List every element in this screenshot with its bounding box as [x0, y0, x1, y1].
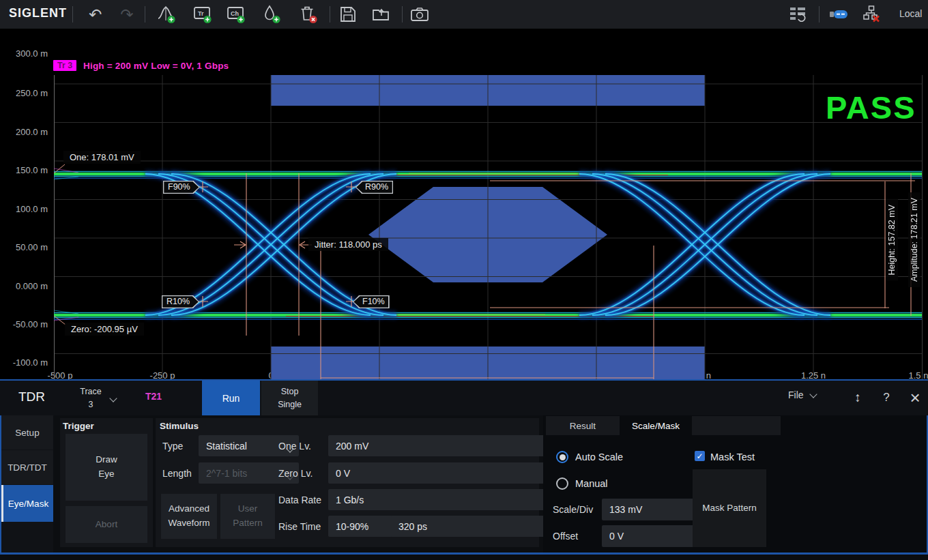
rise-time-input[interactable]: 320 ps: [391, 516, 558, 537]
divider: [819, 6, 820, 23]
y-tick-label: 200.0 m: [3, 127, 48, 138]
local-status-label: Local: [899, 8, 922, 19]
type-label: Type: [162, 441, 183, 452]
sidebar-item-setup[interactable]: Setup: [1, 415, 53, 450]
zero-level-input[interactable]: 0 V: [328, 462, 558, 484]
advanced-waveform-button[interactable]: Advanced Waveform: [161, 494, 217, 539]
svg-text:Tr: Tr: [198, 10, 204, 17]
one-level-label: One: 178.01 mV: [63, 151, 141, 164]
window-border-left: [0, 415, 1, 552]
add-function-button[interactable]: [156, 3, 177, 25]
usb-device-icon: [828, 5, 849, 24]
app-title: TDR: [18, 389, 45, 404]
f10-marker-flag: F10%: [353, 295, 390, 308]
redo-button[interactable]: ↷: [116, 3, 138, 25]
user-pattern-button[interactable]: User Pattern: [220, 494, 275, 539]
one-level-field-label: One Lv.: [278, 441, 311, 452]
r10-marker-flag: R10%: [162, 295, 199, 308]
mask-test-label: Mask Test: [710, 452, 755, 462]
add-trace-button[interactable]: Tr: [192, 3, 214, 25]
y-tick-label: 50.00 m: [3, 242, 48, 253]
screenshot-button[interactable]: [409, 3, 431, 25]
trigger-header: Trigger: [63, 421, 94, 431]
trace-id-label: T21: [145, 391, 162, 402]
session-list-sync-icon: [787, 5, 808, 24]
tab-scale-mask[interactable]: Scale/Mask: [620, 416, 692, 435]
y-tick-label: 150.0 m: [3, 165, 48, 176]
y-tick-label: 0.000 m: [3, 281, 48, 292]
control-bar: TDR Trace 3 T21 Run Stop Single File ↕ ?…: [0, 381, 928, 415]
stop-single-button[interactable]: Stop Single: [261, 381, 318, 415]
add-marker-button[interactable]: [261, 3, 282, 25]
run-button[interactable]: Run: [202, 381, 260, 415]
help-button[interactable]: ?: [876, 387, 897, 408]
delete-button[interactable]: [298, 3, 319, 25]
length-label: Length: [162, 468, 192, 479]
chevron-down-icon: [809, 390, 817, 398]
undo-button[interactable]: ↶: [85, 3, 106, 25]
usb-device-button[interactable]: [828, 3, 850, 25]
trace-info-label: High = 200 mV Low = 0V, 1 Gbps: [83, 61, 229, 71]
add-marker-icon: [261, 5, 282, 24]
divider: [330, 6, 330, 23]
file-menu[interactable]: File: [788, 389, 816, 400]
draw-eye-button[interactable]: Draw Eye: [66, 434, 147, 501]
session-list-button[interactable]: [787, 3, 809, 25]
chevron-down-icon: [109, 394, 117, 402]
sidebar-item-tdr-tdt[interactable]: TDR/TDT: [1, 450, 53, 484]
divider: [145, 6, 145, 23]
scale-div-label: Scale/Div: [553, 504, 593, 515]
manual-radio[interactable]: [556, 477, 568, 490]
add-channel-icon: Ch: [226, 5, 246, 24]
resize-panel-button[interactable]: ↕: [847, 387, 868, 408]
add-function-icon: [156, 5, 177, 24]
offset-label: Offset: [553, 531, 578, 542]
top-toolbar: SIGLENT ↶ ↷ Tr Ch: [0, 0, 928, 29]
divider: [72, 6, 73, 23]
divider: [402, 6, 403, 23]
stimulus-section: Stimulus Type Statistical One Lv. 200 mV…: [156, 418, 539, 547]
trace-selector[interactable]: Trace 3: [71, 383, 128, 413]
zero-level-label: Zero: -200.95 µV: [65, 323, 144, 336]
undo-icon: ↶: [89, 7, 102, 23]
open-file-button[interactable]: [371, 3, 392, 25]
data-rate-label: Data Rate: [278, 495, 321, 505]
auto-scale-label: Auto Scale: [575, 452, 623, 462]
y-tick-label: -50.00 m: [3, 319, 48, 330]
network-error-icon: [862, 5, 882, 24]
jitter-label: Jitter: 118.000 ps: [308, 238, 388, 251]
help-icon: ?: [883, 391, 889, 404]
close-panel-button[interactable]: ×: [905, 387, 925, 408]
sidebar-item-eye-mask[interactable]: Eye/Mask: [1, 485, 53, 522]
redo-icon: ↷: [120, 7, 133, 23]
network-status-button[interactable]: [861, 3, 883, 25]
mask-test-checkbox[interactable]: ✓: [695, 451, 705, 461]
one-level-input[interactable]: 200 mV: [328, 435, 558, 456]
result-tabbar: Result Scale/Mask: [546, 416, 781, 435]
amplitude-label: Amplitude: 178.21 mV: [908, 192, 920, 287]
stimulus-header: Stimulus: [160, 421, 199, 431]
updown-arrow-icon: ↕: [854, 390, 861, 405]
delete-trash-icon: [298, 5, 319, 24]
save-button[interactable]: [337, 3, 359, 25]
settings-panel: Setup TDR/TDT Eye/Mask Trigger Draw Eye …: [0, 415, 928, 552]
tab-result[interactable]: Result: [546, 416, 620, 435]
camera-icon: [409, 5, 430, 24]
manual-label: Manual: [575, 478, 608, 489]
f90-marker-flag: F90%: [163, 181, 200, 194]
abort-button[interactable]: Abort: [66, 506, 147, 543]
add-channel-button[interactable]: Ch: [225, 3, 247, 25]
mask-test-result: PASS: [826, 89, 916, 126]
rise-time-label: Rise Time: [278, 521, 321, 532]
window-bottom-strip: [0, 555, 928, 560]
auto-scale-radio[interactable]: [556, 451, 568, 463]
r90-marker-flag: R90%: [356, 181, 393, 194]
data-rate-input[interactable]: 1 Gb/s: [328, 489, 558, 510]
trace-selector-value: 3: [71, 398, 111, 411]
svg-text:Ch: Ch: [231, 10, 239, 17]
trace-selector-label: Trace: [71, 385, 111, 398]
panel-sidebar: Setup TDR/TDT Eye/Mask: [1, 415, 53, 552]
y-tick-label: 100.0 m: [3, 204, 48, 215]
mask-pattern-button[interactable]: Mask Pattern: [693, 469, 766, 547]
add-trace-icon: Tr: [192, 5, 213, 24]
